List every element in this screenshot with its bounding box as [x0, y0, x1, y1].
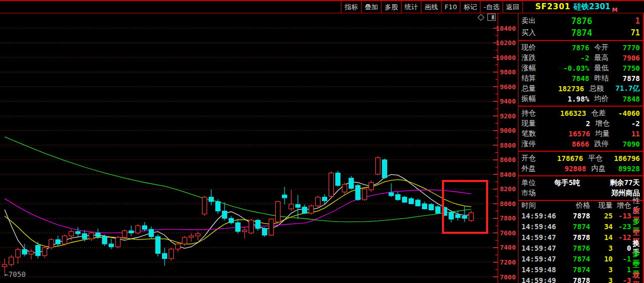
- candle-up: [376, 158, 380, 174]
- candle-down: [303, 207, 307, 213]
- candle-up: [189, 236, 194, 237]
- field-value: 7770: [622, 44, 640, 52]
- candle-down: [396, 195, 400, 200]
- candle-up: [69, 232, 74, 236]
- candle-down: [462, 216, 467, 218]
- book-price: 7876: [547, 16, 592, 26]
- candle-down: [422, 204, 427, 209]
- axis-label: 10000: [496, 54, 516, 62]
- candle-down: [256, 220, 260, 228]
- field-label: 增仓: [595, 119, 624, 128]
- candle-down: [209, 197, 214, 202]
- candle-down: [76, 232, 80, 234]
- axis-label: 10400: [496, 25, 516, 32]
- field-value: 71.7亿: [615, 84, 640, 93]
- kline-chart[interactable]: 1040010200100009800960094009200900088008…: [0, 13, 518, 283]
- candle-down: [223, 211, 227, 218]
- field-label: 单位: [521, 178, 548, 188]
- quote-row: 现价7876今开7770: [518, 43, 643, 53]
- candle-down: [236, 223, 240, 231]
- field-label: 现量: [521, 119, 552, 128]
- tick-row: 14:59:47787814-12空平: [518, 232, 643, 242]
- field-label: 最低: [594, 64, 622, 73]
- candle-down: [409, 198, 414, 204]
- contract-info-section: 单位每手5吨剩余77天市场郑州商品: [518, 176, 643, 200]
- draw-line-button[interactable]: 画线: [421, 1, 441, 13]
- candle-up: [363, 189, 367, 200]
- quote-row: 单位每手5吨剩余77天: [518, 178, 643, 188]
- mark-button[interactable]: 标记: [460, 1, 480, 13]
- axis-label: 9000: [500, 127, 516, 134]
- field-value: -2: [552, 54, 589, 62]
- field-label: 涨跌: [521, 53, 552, 63]
- candle-up: [316, 197, 320, 206]
- field-label: 涨幅: [521, 64, 552, 73]
- book-label: 买入: [521, 28, 547, 37]
- candle-down: [323, 197, 327, 201]
- field-label: 跌停: [594, 139, 622, 149]
- candle-up: [136, 226, 140, 233]
- candle-down: [156, 237, 160, 254]
- tick-row: 14:59:47787410-1多平: [518, 253, 643, 264]
- quote-row: 外盘92808内盘89928: [518, 164, 643, 174]
- axis-label: 7600: [500, 229, 516, 237]
- book-quantity: 71: [592, 28, 640, 37]
- order-book: 卖出78761买入787471: [518, 13, 643, 40]
- candle-down: [429, 205, 434, 210]
- remove-watchlist-button[interactable]: -自选: [480, 1, 502, 13]
- candle-up: [29, 251, 34, 254]
- panel-toggle-icon[interactable]: [488, 14, 495, 21]
- field-value: 182736: [550, 85, 584, 93]
- candle-up: [116, 237, 120, 247]
- candle-down: [356, 186, 360, 200]
- field-label: 均价: [594, 94, 622, 104]
- field-label: 开仓: [521, 154, 549, 163]
- field-label: 现价: [521, 43, 552, 52]
- candle-up: [343, 185, 347, 192]
- candle-down: [296, 205, 300, 208]
- quote-row: 市场郑州商品: [518, 188, 643, 198]
- tick-header-cell: 价格: [554, 201, 590, 210]
- candle-down: [109, 244, 114, 247]
- tick-row: 14:59:46787434-23多平: [518, 221, 643, 232]
- tick-time: 14:59:47: [521, 233, 554, 241]
- axis-label: 9800: [500, 68, 516, 76]
- tick-time: 14:59:46: [521, 212, 554, 220]
- tick-delta: 0: [613, 244, 631, 252]
- field-label: 仓差: [591, 109, 618, 118]
- candle-down: [83, 234, 87, 239]
- quote-row: 涨幅-0.03%最低7750: [518, 63, 643, 73]
- tick-volume: 3: [590, 276, 613, 283]
- field-value: 166323: [550, 109, 586, 117]
- field-value: 1.98%: [552, 95, 589, 103]
- tick-volume: 3: [590, 266, 613, 274]
- statistics-button[interactable]: 统计: [401, 1, 421, 13]
- candle-up: [89, 233, 94, 238]
- overlay-button[interactable]: 叠加: [361, 1, 381, 13]
- ma-lines: [5, 137, 471, 253]
- tick-row: 14:59:4978783-3双平: [518, 275, 643, 283]
- axis-label: 9600: [500, 83, 516, 91]
- field-value: 7848: [552, 74, 589, 83]
- tick-row: 14:59:48787431空开: [518, 264, 643, 275]
- multi-stock-button[interactable]: 多股: [381, 1, 401, 13]
- candle-down: [263, 229, 267, 235]
- quote-row: 涨停8666跌停7090: [518, 139, 643, 149]
- quote-row: 总量182736总额71.7亿: [518, 84, 643, 94]
- candle-down: [229, 218, 234, 223]
- tick-volume: 34: [590, 223, 613, 231]
- quote-row: 振幅1.98%均价7848: [518, 94, 643, 104]
- field-value: -4060: [618, 109, 640, 117]
- quote-row: 涨跌-2最高7906: [518, 53, 643, 63]
- back-button[interactable]: 返回: [502, 1, 522, 13]
- diamond-icon[interactable]: [478, 14, 484, 21]
- candle-up: [329, 173, 334, 196]
- indicator-button[interactable]: 指标: [341, 1, 361, 13]
- f10-button[interactable]: F10: [441, 1, 460, 13]
- axis-label: 10200: [496, 39, 516, 47]
- candle-down: [416, 200, 420, 206]
- toolbar: 指标叠加多股统计画线F10标记-自选返回 SF2301硅铁2301M: [0, 0, 644, 13]
- candle-down: [129, 231, 134, 233]
- candle-down: [103, 237, 107, 244]
- candle-down: [216, 201, 220, 211]
